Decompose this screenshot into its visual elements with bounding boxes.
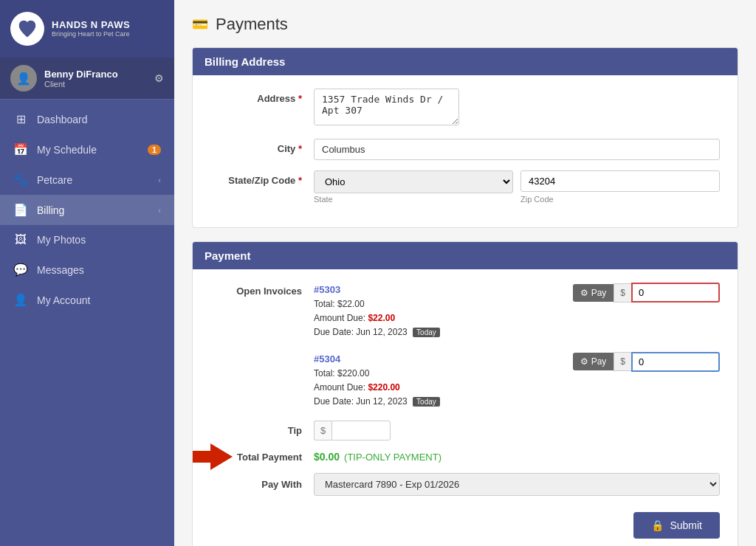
state-zip-label: State/Zip Code * bbox=[210, 170, 314, 186]
invoice-block-1: #5303 Total: $22.00 Amount Due: $22.00 D… bbox=[314, 283, 720, 340]
pay-amount-input-1[interactable] bbox=[631, 283, 720, 303]
city-input[interactable] bbox=[314, 139, 720, 160]
tip-input[interactable] bbox=[331, 421, 391, 440]
today-badge-1: Today bbox=[413, 328, 440, 337]
pay-with-row: Pay With Mastercard 7890 - Exp 01/2026 bbox=[210, 473, 720, 496]
total-amount: $0.00 bbox=[314, 451, 340, 463]
chevron-icon: ‹ bbox=[158, 206, 161, 215]
file-icon: 📄 bbox=[13, 203, 28, 217]
credit-card-icon: 💳 bbox=[192, 16, 208, 32]
billing-address-header: Billing Address bbox=[193, 48, 738, 75]
chevron-icon: ‹ bbox=[158, 176, 161, 184]
arrow-container bbox=[192, 443, 233, 470]
sidebar-item-label: Billing bbox=[37, 204, 149, 216]
sidebar-item-billing[interactable]: 📄 Billing ‹ bbox=[0, 195, 174, 225]
sidebar-item-my-schedule[interactable]: 📅 My Schedule 1 bbox=[0, 134, 174, 165]
sidebar-item-messages[interactable]: 💬 Messages bbox=[0, 255, 174, 285]
total-value-group: $0.00 (TIP-ONLY PAYMENT) bbox=[314, 451, 441, 463]
schedule-badge: 1 bbox=[148, 145, 161, 155]
sidebar-item-my-account[interactable]: 👤 My Account bbox=[0, 285, 174, 315]
image-icon: 🖼 bbox=[13, 233, 28, 246]
submit-row: 🔒 Submit bbox=[210, 506, 720, 542]
red-arrow-svg bbox=[192, 443, 233, 470]
invoice-row-2: #5304 Total: $220.00 Amount Due: $220.00… bbox=[210, 352, 720, 410]
svg-point-2 bbox=[19, 24, 23, 28]
sidebar-logo: HANDS N PAWS Bringing Heart to Pet Care bbox=[0, 0, 174, 58]
invoice-left-info-1: #5303 Total: $22.00 Amount Due: $22.00 D… bbox=[314, 283, 558, 340]
sidebar-item-label: My Account bbox=[37, 294, 161, 306]
person-icon: 👤 bbox=[13, 293, 28, 307]
invoice-right-controls-1: ⚙ Pay $ bbox=[573, 283, 720, 303]
sidebar-item-label: My Photos bbox=[37, 234, 161, 246]
invoice-left-info-2: #5304 Total: $220.00 Amount Due: $220.00… bbox=[314, 352, 558, 410]
avatar: 👤 bbox=[10, 65, 37, 91]
user-info: Benny DiFranco Client bbox=[44, 69, 147, 89]
total-row: Total Payment $0.00 (TIP-ONLY PAYMENT) bbox=[210, 451, 720, 463]
gear-small-icon: ⚙ bbox=[580, 288, 588, 298]
zip-sublabel: Zip Code bbox=[520, 195, 720, 204]
address-row: Address * 1357 Trade Winds Dr / Apt 307 bbox=[210, 89, 720, 128]
dollar-label-1: $ bbox=[614, 283, 631, 303]
lock-icon: 🔒 bbox=[651, 519, 664, 531]
invoice-info-2: Total: $220.00 Amount Due: $220.00 Due D… bbox=[314, 367, 558, 410]
tip-label: Tip bbox=[210, 425, 314, 436]
sidebar-user: 👤 Benny DiFranco Client ⚙ bbox=[0, 58, 174, 100]
brand-tagline: Bringing Heart to Pet Care bbox=[52, 30, 130, 38]
invoice-right-controls-2: ⚙ Pay $ bbox=[573, 352, 720, 372]
billing-address-body: Address * 1357 Trade Winds Dr / Apt 307 … bbox=[193, 75, 738, 227]
address-label: Address * bbox=[210, 89, 314, 104]
pay-with-select[interactable]: Mastercard 7890 - Exp 01/2026 bbox=[314, 473, 720, 496]
payment-body: Open Invoices #5303 Total: $22.00 Amount… bbox=[193, 269, 738, 546]
address-input[interactable]: 1357 Trade Winds Dr / Apt 307 bbox=[314, 89, 459, 125]
invoice-block-2: #5304 Total: $220.00 Amount Due: $220.00… bbox=[314, 352, 720, 410]
sidebar-item-my-photos[interactable]: 🖼 My Photos bbox=[0, 225, 174, 255]
svg-marker-4 bbox=[192, 443, 233, 470]
pay-button-1[interactable]: ⚙ Pay bbox=[573, 284, 614, 302]
invoice-link-2[interactable]: #5304 bbox=[314, 353, 340, 364]
logo-text: HANDS N PAWS Bringing Heart to Pet Care bbox=[52, 19, 130, 38]
zip-input[interactable] bbox=[520, 170, 720, 192]
total-note: (TIP-ONLY PAYMENT) bbox=[344, 452, 441, 463]
brand-name: HANDS N PAWS bbox=[52, 19, 130, 31]
city-label: City * bbox=[210, 139, 314, 154]
today-badge-2: Today bbox=[413, 397, 440, 407]
main-content: 💳 Payments Billing Address Address * 135… bbox=[174, 0, 756, 546]
open-invoices-label: Open Invoices bbox=[210, 283, 314, 297]
sidebar: HANDS N PAWS Bringing Heart to Pet Care … bbox=[0, 0, 174, 546]
gear-small-icon-2: ⚙ bbox=[580, 356, 588, 367]
invoice-due-date-1: Due Date: Jun 12, 2023 Today bbox=[314, 325, 558, 339]
submit-button[interactable]: 🔒 Submit bbox=[633, 512, 720, 539]
state-select[interactable]: Ohio bbox=[314, 170, 513, 193]
tip-dollar-sign: $ bbox=[314, 421, 331, 440]
sidebar-item-label: Petcare bbox=[37, 174, 149, 186]
tip-input-group: $ bbox=[314, 421, 391, 440]
state-sublabel: State bbox=[314, 195, 513, 204]
grid-icon: ⊞ bbox=[13, 112, 28, 126]
invoice-total-2: Total: $220.00 bbox=[314, 367, 558, 381]
svg-point-1 bbox=[29, 21, 32, 25]
invoice-amount-due-1: Amount Due: $22.00 bbox=[314, 311, 558, 325]
pay-amount-input-2[interactable] bbox=[631, 352, 720, 372]
user-role: Client bbox=[44, 80, 147, 89]
state-zip-inputs: Ohio bbox=[314, 170, 720, 193]
state-zip-row: State/Zip Code * Ohio State Zip Code bbox=[210, 170, 720, 204]
user-name: Benny DiFranco bbox=[44, 69, 147, 80]
city-row: City * bbox=[210, 139, 720, 160]
gear-icon[interactable]: ⚙ bbox=[154, 72, 164, 84]
pay-button-2[interactable]: ⚙ Pay bbox=[573, 353, 614, 370]
svg-point-3 bbox=[32, 24, 35, 28]
sidebar-item-label: Dashboard bbox=[37, 114, 161, 125]
sidebar-item-petcare[interactable]: 🐾 Petcare ‹ bbox=[0, 165, 174, 195]
sidebar-item-dashboard[interactable]: ⊞ Dashboard bbox=[0, 104, 174, 134]
invoice-row-1: Open Invoices #5303 Total: $22.00 Amount… bbox=[210, 283, 720, 340]
paw-icon: 🐾 bbox=[13, 173, 28, 187]
invoice-due-date-2: Due Date: Jun 12, 2023 Today bbox=[314, 395, 558, 409]
page-header: 💳 Payments bbox=[192, 15, 738, 34]
tip-row: Tip $ bbox=[210, 421, 720, 440]
invoice-info-1: Total: $22.00 Amount Due: $22.00 Due Dat… bbox=[314, 297, 558, 340]
sidebar-nav: ⊞ Dashboard 📅 My Schedule 1 🐾 Petcare ‹ … bbox=[0, 100, 174, 546]
chat-icon: 💬 bbox=[13, 263, 28, 277]
invoice-link-1[interactable]: #5303 bbox=[314, 284, 340, 295]
svg-point-0 bbox=[22, 21, 26, 25]
calendar-icon: 📅 bbox=[13, 142, 28, 156]
